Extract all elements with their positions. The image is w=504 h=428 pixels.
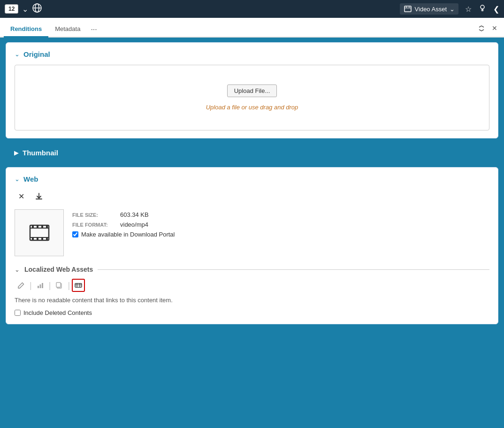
localized-divider <box>98 269 489 270</box>
svg-rect-14 <box>41 225 43 228</box>
svg-rect-20 <box>38 286 39 288</box>
svg-rect-19 <box>46 238 48 240</box>
svg-rect-13 <box>37 225 38 228</box>
file-thumbnail <box>15 209 64 256</box>
tab-renditions[interactable]: Renditions <box>4 22 48 38</box>
star-icon[interactable]: ☆ <box>465 5 472 14</box>
file-details: FILE SIZE: 603.34 KB FILE FORMAT: video/… <box>72 209 489 238</box>
localized-chevron-icon[interactable]: ⌄ <box>15 266 20 273</box>
svg-rect-16 <box>32 238 34 240</box>
globe-icon[interactable] <box>32 3 42 15</box>
collapse-icon[interactable] <box>476 23 487 34</box>
localized-edit-button[interactable] <box>15 279 28 292</box>
web-section-title: Web <box>23 175 38 183</box>
localized-separator-1: | <box>30 281 32 290</box>
original-section-title: Original <box>23 50 50 58</box>
localized-separator-3: | <box>68 281 70 290</box>
lightbulb-icon[interactable] <box>478 4 487 14</box>
original-chevron-icon[interactable]: ⌄ <box>15 51 20 58</box>
back-arrow-icon[interactable]: ❮ <box>493 5 499 14</box>
file-size-label: FILE SIZE: <box>72 212 115 218</box>
no-content-message: There is no readable content that links … <box>15 297 489 304</box>
make-available-label[interactable]: Make available in Download Portal <box>81 231 175 238</box>
file-info-area: FILE SIZE: 603.34 KB FILE FORMAT: video/… <box>15 209 489 256</box>
upload-area[interactable]: Upload File... Upload a file or use drag… <box>15 65 489 130</box>
svg-rect-3 <box>405 6 411 12</box>
thumbnail-chevron-icon[interactable]: ▶ <box>14 149 19 156</box>
svg-rect-22 <box>42 283 43 288</box>
original-section-header: ⌄ Original <box>15 50 489 58</box>
make-available-checkbox[interactable] <box>72 231 78 237</box>
localized-toolbar: | | | <box>15 279 489 292</box>
upload-file-button[interactable]: Upload File... <box>227 84 277 97</box>
localized-section: ⌄ Localized Web Assets | <box>15 266 489 316</box>
svg-rect-11 <box>30 237 49 238</box>
localized-section-title: Localized Web Assets <box>24 266 93 273</box>
svg-rect-18 <box>41 238 43 240</box>
file-size-row: FILE SIZE: 603.34 KB <box>72 211 489 218</box>
web-chevron-icon[interactable]: ⌄ <box>15 176 20 183</box>
upload-hint-text: Upload a file or use drag and drop <box>206 104 298 111</box>
top-bar-right: Video Asset ⌄ ☆ ❮ <box>400 3 499 15</box>
close-icon[interactable]: ✕ <box>489 23 500 34</box>
file-format-value: video/mp4 <box>120 221 148 228</box>
web-delete-button[interactable]: ✕ <box>15 190 28 203</box>
top-bar: 12 ⌄ Video Asset ⌄ ☆ <box>0 0 504 18</box>
file-size-value: 603.34 KB <box>120 211 149 218</box>
video-asset-label: Video Asset <box>415 6 447 13</box>
web-section: ⌄ Web ✕ <box>6 167 498 324</box>
svg-rect-10 <box>30 228 49 229</box>
chevron-down-icon[interactable]: ⌄ <box>22 5 28 14</box>
svg-rect-17 <box>37 238 38 240</box>
video-asset-chevron-icon[interactable]: ⌄ <box>450 6 455 13</box>
web-section-header: ⌄ Web <box>15 175 489 183</box>
page-number-badge[interactable]: 12 <box>5 4 18 14</box>
web-toolbar: ✕ <box>15 190 489 203</box>
make-available-row: Make available in Download Portal <box>72 231 489 238</box>
include-deleted-label[interactable]: Include Deleted Contents <box>23 309 92 316</box>
tab-metadata[interactable]: Metadata <box>48 22 87 38</box>
svg-rect-25 <box>75 283 82 287</box>
include-deleted-checkbox[interactable] <box>15 310 21 316</box>
tab-more-button[interactable]: ··· <box>87 22 100 38</box>
file-format-label: FILE FORMAT: <box>72 222 115 228</box>
tab-bar: Renditions Metadata ··· ✕ <box>0 18 504 38</box>
include-deleted-row: Include Deleted Contents <box>15 309 489 316</box>
localized-link-button[interactable] <box>72 279 85 292</box>
localized-stats-button[interactable] <box>34 279 47 292</box>
video-asset-button[interactable]: Video Asset ⌄ <box>400 3 458 15</box>
thumbnail-section: ▶ Thumbnail <box>6 142 498 163</box>
original-section: ⌄ Original Upload File... Upload a file … <box>6 42 498 138</box>
top-bar-left: 12 ⌄ <box>5 3 42 15</box>
svg-rect-21 <box>39 284 41 288</box>
web-download-button[interactable] <box>32 190 46 203</box>
svg-rect-12 <box>32 225 34 228</box>
thumbnail-section-header: ▶ Thumbnail <box>14 149 490 157</box>
thumbnail-section-title: Thumbnail <box>23 149 58 157</box>
localized-separator-2: | <box>49 281 51 290</box>
svg-rect-24 <box>56 283 61 287</box>
file-format-row: FILE FORMAT: video/mp4 <box>72 221 489 228</box>
svg-rect-15 <box>46 225 48 228</box>
localized-section-header: ⌄ Localized Web Assets <box>15 266 489 273</box>
tab-bar-actions: ✕ <box>476 23 500 34</box>
main-content: ⌄ Original Upload File... Upload a file … <box>0 38 504 428</box>
svg-point-7 <box>481 5 484 9</box>
localized-copy-button[interactable] <box>53 279 66 292</box>
